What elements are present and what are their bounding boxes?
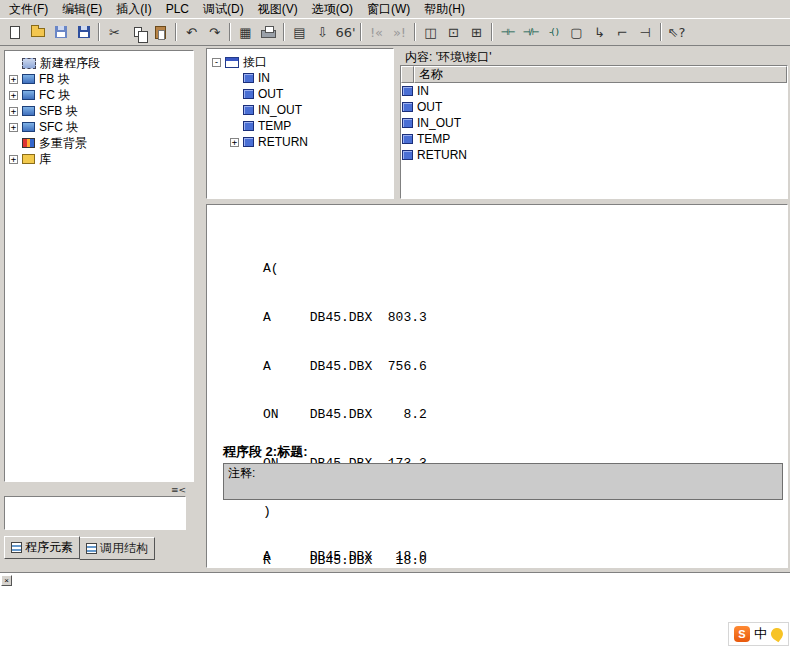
save-button[interactable] (72, 21, 95, 43)
empty-box-button[interactable]: ▢ (565, 21, 588, 43)
open-button[interactable] (26, 21, 49, 43)
menu-view[interactable]: 视图(V) (251, 0, 305, 20)
tree-item-label: 库 (39, 151, 51, 168)
expand-icon[interactable]: + (9, 123, 18, 132)
menu-file[interactable]: 文件(F) (2, 0, 55, 20)
table-row-temp[interactable]: TEMP (401, 131, 787, 147)
expand-icon[interactable]: + (9, 107, 18, 116)
tree-item-multi-instance[interactable]: 多重背景 (6, 135, 192, 151)
print-button[interactable] (257, 21, 280, 43)
prev-error-button[interactable]: !« (365, 21, 388, 43)
toolbar-separator (229, 23, 231, 41)
table-row-in[interactable]: IN (401, 83, 787, 99)
row-name: RETURN (417, 148, 467, 162)
ime-logo-icon[interactable]: S (734, 626, 750, 642)
insert-network-icon: ⊣ (640, 26, 651, 39)
tab-program-elements[interactable]: 程序元素 (4, 536, 80, 559)
menu-window[interactable]: 窗口(W) (360, 0, 417, 20)
ime-language-indicator[interactable]: 中 (754, 625, 767, 643)
main-toolbar: ✂ ↶ ↷ ▦ ▤ ⇩ 66' !« »! ◫ ⊡ ⊞ ⊣⊢ ⊣/⊢ -( ) … (0, 19, 790, 46)
pane-resize-handle[interactable]: ≡< (171, 485, 186, 495)
stl-editor[interactable]: A( A DB45.DBX 803.3 A DB45.DBX 756.6 ON … (206, 204, 788, 568)
expand-icon[interactable]: + (9, 155, 18, 164)
copy-button[interactable] (126, 21, 149, 43)
expand-icon[interactable]: + (9, 91, 18, 100)
new-network-button[interactable]: ⊣ (634, 21, 657, 43)
previous-error-icon: !« (370, 26, 383, 39)
tree-item-new-network[interactable]: 新建程序段 (6, 55, 192, 71)
declaration-icon (402, 134, 413, 144)
tree-item-sfc-blocks[interactable]: + SFC 块 (6, 119, 192, 135)
open-branch-button[interactable]: ↳ (588, 21, 611, 43)
open-branch-icon: ↳ (594, 26, 605, 39)
cut-button[interactable]: ✂ (103, 21, 126, 43)
monitor-button[interactable]: 66' (334, 21, 357, 43)
menu-edit[interactable]: 编辑(E) (55, 0, 109, 20)
declaration-icon (243, 73, 254, 83)
tab-label: 调用结构 (100, 540, 148, 557)
tree-item-label: 多重背景 (39, 135, 87, 152)
data-view-button[interactable]: ▤ (288, 21, 311, 43)
interface-item-in-out[interactable]: IN_OUT (209, 102, 391, 118)
element-preview-pane (4, 496, 186, 530)
menu-help[interactable]: 帮助(H) (417, 0, 472, 20)
tree-item-fc-blocks[interactable]: + FC 块 (6, 87, 192, 103)
close-branch-icon: ⌐ (617, 26, 628, 39)
menu-plc[interactable]: PLC (159, 0, 196, 18)
download-icon: ⇩ (317, 26, 328, 39)
save-as-icon (55, 26, 67, 38)
close-branch-button[interactable]: ⌐ (611, 21, 634, 43)
next-error-button[interactable]: »! (388, 21, 411, 43)
network2-title[interactable]: 程序段 2:标题: (223, 443, 308, 461)
interface-item-return[interactable]: + RETURN (209, 134, 391, 150)
coil-button[interactable]: -( ) (542, 21, 565, 43)
expand-icon[interactable]: + (9, 75, 18, 84)
interface-item-label: IN_OUT (258, 103, 302, 117)
contact-nc-button[interactable]: ⊣/⊢ (519, 21, 542, 43)
contents-title: 内容: '环境\接口' (400, 48, 788, 64)
new-network-icon (22, 58, 36, 69)
table-row-out[interactable]: OUT (401, 99, 787, 115)
stl-line: A( (263, 261, 427, 277)
paste-icon (155, 26, 166, 39)
close-output-button[interactable]: × (1, 575, 12, 586)
tree-item-libraries[interactable]: + 库 (6, 151, 192, 167)
tab-call-structure[interactable]: 调用结构 (79, 537, 155, 560)
undo-button[interactable]: ↶ (180, 21, 203, 43)
new-button[interactable] (3, 21, 26, 43)
table-row-return[interactable]: RETURN (401, 147, 787, 163)
program-elements-tab-icon (11, 542, 22, 553)
catalog-button[interactable]: ▦ (234, 21, 257, 43)
menu-options[interactable]: 选项(O) (305, 0, 360, 20)
save-as-button[interactable] (49, 21, 72, 43)
download-button[interactable]: ⇩ (311, 21, 334, 43)
interface-item-temp[interactable]: TEMP (209, 118, 391, 134)
window-detail-button[interactable]: ⊡ (442, 21, 465, 43)
interface-tree-pane[interactable]: - 接口 IN OUT IN_OUT TEMP + RETURN (206, 48, 394, 199)
program-elements-tree[interactable]: 新建程序段 + FB 块 + FC 块 + SFB 块 + SFC 块 多重背景… (4, 50, 194, 482)
table-row-in-out[interactable]: IN_OUT (401, 115, 787, 131)
network-overview-button[interactable]: ⊞ (465, 21, 488, 43)
interface-item-label: RETURN (258, 135, 308, 149)
name-column-header[interactable]: 名称 (414, 66, 787, 83)
expand-icon[interactable]: + (230, 138, 239, 147)
paste-button[interactable] (149, 21, 172, 43)
help-button[interactable]: ⇖? (665, 21, 688, 43)
contact-no-button[interactable]: ⊣⊢ (496, 21, 519, 43)
interface-item-out[interactable]: OUT (209, 86, 391, 102)
print-icon (261, 30, 276, 38)
tree-item-fb-blocks[interactable]: + FB 块 (6, 71, 192, 87)
network2-comment-box[interactable]: 注释: (223, 463, 783, 500)
tree-item-sfb-blocks[interactable]: + SFB 块 (6, 103, 192, 119)
window-split-button[interactable]: ◫ (419, 21, 442, 43)
interface-root[interactable]: - 接口 (209, 54, 391, 70)
collapse-icon[interactable]: - (212, 58, 221, 67)
menu-insert[interactable]: 插入(I) (109, 0, 158, 20)
ime-skin-icon[interactable] (769, 626, 786, 643)
menu-debug[interactable]: 调试(D) (196, 0, 251, 20)
redo-button[interactable]: ↷ (203, 21, 226, 43)
interface-item-label: OUT (258, 87, 283, 101)
tree-item-label: FC 块 (39, 87, 70, 104)
interface-root-label: 接口 (243, 54, 267, 71)
interface-item-in[interactable]: IN (209, 70, 391, 86)
